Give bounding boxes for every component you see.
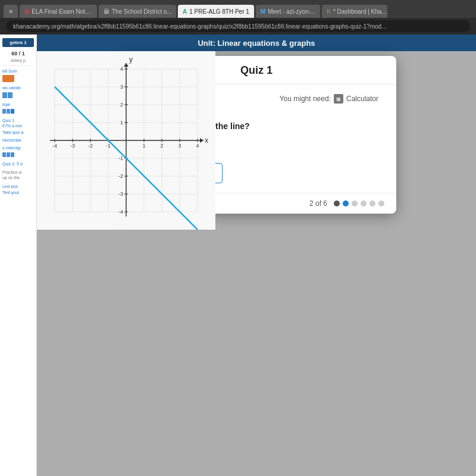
quiz-modal: × Quiz 1 You might need: ▦ Calculator <box>117 56 396 214</box>
unit-header-strip: gebra 1 <box>2 38 34 47</box>
dot-4 <box>361 201 367 206</box>
sidebar-horizontal[interactable]: Horizontal <box>2 138 34 142</box>
browser-chrome: ✕ M ELA Final Exam Notic... 🏛 The School… <box>0 0 476 18</box>
dot-3 <box>352 201 358 206</box>
sidebar-skill-icon-1 <box>2 75 14 82</box>
math-graph <box>117 84 215 193</box>
address-input[interactable] <box>6 20 470 32</box>
skill-bar-7 <box>7 152 10 157</box>
modal-body: You might need: ▦ Calculator What is the… <box>117 84 396 193</box>
tab-ela[interactable]: M ELA Final Exam Notic... <box>20 5 97 18</box>
skill-bar-4 <box>7 109 10 114</box>
dot-5 <box>369 201 375 206</box>
sidebar-quiz2[interactable]: Quiz 2: 5 d <box>2 161 34 167</box>
skill-bar-3 <box>2 109 6 114</box>
page-layout: gebra 1 60 / 1 astery p kill Sum wo-vari… <box>0 35 476 476</box>
skill-bar-8 <box>11 152 14 157</box>
score-display: 60 / 1 <box>2 51 34 57</box>
unit-header: Unit: Linear equations & graphs <box>37 35 476 52</box>
tab-district[interactable]: 🏛 The School District o... <box>99 5 176 18</box>
sidebar-quiz1[interactable]: Quiz 167% a min <box>2 118 34 129</box>
tab-x[interactable]: ✕ <box>4 5 18 18</box>
tab-dashboard[interactable]: K * Dashboard | Kha... <box>322 5 387 18</box>
skill-bar-5 <box>11 109 14 114</box>
address-bar <box>0 18 476 35</box>
skill-bar-6 <box>2 152 6 157</box>
left-sidebar: gebra 1 60 / 1 astery p kill Sum wo-vari… <box>0 35 37 476</box>
calculator-label: Calculator <box>346 95 378 103</box>
sidebar-xintercept[interactable]: x-intercep <box>2 146 34 150</box>
sidebar-take-quiz[interactable]: Take quiz a <box>2 130 34 134</box>
dot-2 <box>343 201 349 206</box>
sidebar-practice[interactable]: Practice wup on the <box>2 170 34 180</box>
sidebar-kill-sum[interactable]: kill Sum <box>2 69 34 73</box>
skill-bar-1 <box>2 92 7 98</box>
page-label: 2 of 6 <box>309 199 327 208</box>
sidebar-slope[interactable]: lope <box>2 102 34 107</box>
mastery-label: astery p <box>2 58 34 62</box>
main-area: Unit: Linear equations & graphs × Quiz 1 <box>37 35 476 476</box>
tab-prealg[interactable]: A 1 PRE-ALG 8TH Per 1 <box>178 5 254 18</box>
calculator-icon: ▦ <box>334 94 343 104</box>
sidebar-wo-variab[interactable]: wo-variab <box>2 86 34 90</box>
skill-bar-2 <box>8 92 12 98</box>
dot-6 <box>378 201 384 206</box>
tab-meet[interactable]: M Meet - azi-zyon-... <box>256 5 320 18</box>
sidebar-unit-test[interactable]: Unit testTest your <box>2 184 34 195</box>
dot-1 <box>334 201 340 206</box>
modal-overlay: × Quiz 1 You might need: ▦ Calculator <box>37 51 476 476</box>
